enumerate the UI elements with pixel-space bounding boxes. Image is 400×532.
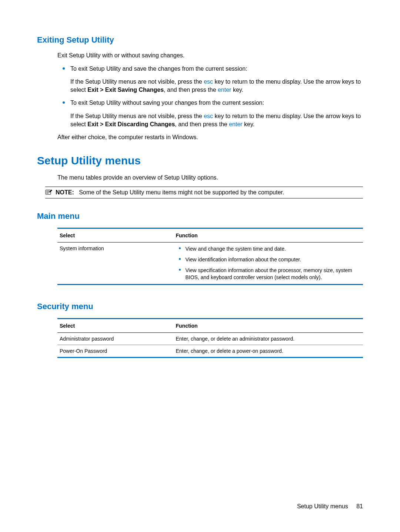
cell-function: Enter, change, or delete an administrato… (174, 332, 363, 345)
exiting-item-discard-text: To exit Setup Utility without saving you… (70, 99, 363, 107)
enter-key: enter (218, 87, 231, 93)
text-fragment: If the Setup Utility menus are not visib… (70, 113, 204, 119)
function-list: View and change the system time and date… (176, 245, 361, 281)
note-label: NOTE: (56, 189, 74, 195)
exiting-after: After either choice, the computer restar… (57, 133, 363, 141)
note-block: NOTE: Some of the Setup Utility menu ite… (45, 187, 363, 198)
col-select: Select (57, 319, 174, 333)
cell-select: System information (57, 242, 174, 284)
exiting-item-save-text: To exit Setup Utility and save the chang… (70, 65, 363, 73)
table-header-row: Select Function (57, 229, 363, 242)
table-row: Power-On Password Enter, change, or dele… (57, 345, 363, 357)
text-fragment: , and then press the (164, 87, 218, 93)
page-footer: Setup Utility menus 81 (297, 503, 363, 510)
enter-key: enter (229, 121, 242, 127)
note-icon (45, 189, 53, 195)
cell-function: View and change the system time and date… (174, 242, 363, 284)
heading-setup-utility-menus: Setup Utility menus (37, 154, 363, 167)
text-fragment: key. (243, 121, 255, 127)
menus-body: The menu tables provide an overview of S… (57, 174, 363, 182)
esc-key: esc (204, 78, 213, 85)
footer-section: Setup Utility menus (297, 503, 348, 509)
note-body: Some of the Setup Utility menu items mig… (79, 189, 284, 195)
exiting-item-discard-sub: If the Setup Utility menus are not visib… (70, 112, 363, 128)
text-fragment: If the Setup Utility menus are not visib… (70, 78, 204, 85)
document-page: Exiting Setup Utility Exit Setup Utility… (0, 0, 400, 532)
menu-path-discard: Exit > Exit Discarding Changes (87, 121, 175, 127)
list-item: View specification information about the… (176, 267, 361, 281)
menus-intro: The menu tables provide an overview of S… (57, 174, 363, 182)
col-select: Select (57, 229, 174, 242)
exiting-intro: Exit Setup Utility with or without savin… (57, 51, 363, 60)
text-fragment: key. (231, 87, 243, 93)
main-menu-table: Select Function System information View … (57, 228, 363, 285)
exiting-body: Exit Setup Utility with or without savin… (57, 51, 363, 141)
cell-select: Administrator password (57, 332, 174, 345)
text-fragment: , and then press the (175, 121, 229, 127)
menu-path-save: Exit > Exit Saving Changes (87, 87, 164, 93)
heading-security-menu: Security menu (37, 302, 363, 311)
esc-key: esc (204, 113, 213, 119)
cell-select: Power-On Password (57, 345, 174, 357)
table-header-row: Select Function (57, 319, 363, 333)
exiting-item-save-sub: If the Setup Utility menus are not visib… (70, 78, 363, 94)
footer-page-number: 81 (356, 503, 363, 509)
exiting-list: To exit Setup Utility and save the chang… (57, 65, 363, 128)
exiting-item-save: To exit Setup Utility and save the chang… (57, 65, 363, 94)
table-row: Administrator password Enter, change, or… (57, 332, 363, 345)
exiting-item-discard: To exit Setup Utility without saving you… (57, 99, 363, 128)
heading-main-menu: Main menu (37, 211, 363, 221)
col-function: Function (174, 229, 363, 242)
security-menu-table: Select Function Administrator password E… (57, 318, 363, 358)
note-text: NOTE: Some of the Setup Utility menu ite… (56, 189, 284, 196)
cell-function: Enter, change, or delete a power-on pass… (174, 345, 363, 357)
col-function: Function (174, 319, 363, 333)
table-row: System information View and change the s… (57, 242, 363, 284)
list-item: View and change the system time and date… (176, 245, 361, 252)
heading-exiting-setup-utility: Exiting Setup Utility (37, 35, 363, 45)
list-item: View identification information about th… (176, 256, 361, 263)
